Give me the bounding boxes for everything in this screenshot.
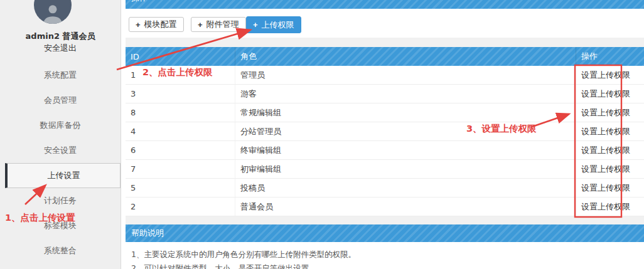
- table-row: 3 游客 设置上传权限: [126, 85, 644, 103]
- sidebar-item[interactable]: 会员管理: [0, 88, 121, 113]
- set-upload-permission-link[interactable]: 设置上传权限: [581, 107, 630, 119]
- column-header-role: 角色: [235, 47, 576, 66]
- cell-id: 3: [126, 85, 235, 103]
- sidebar-menu: 系统配置 会员管理 数据库备份 安全设置 上传设置 计划任务 标签模块: [0, 63, 121, 263]
- set-upload-permission-link[interactable]: 设置上传权限: [581, 88, 630, 100]
- action-panel-header-clipped: 操作: [126, 0, 644, 9]
- sidebar-item-label: 数据库备份: [40, 120, 81, 131]
- sidebar-item-label: 会员管理: [44, 95, 77, 106]
- cell-id: 4: [126, 122, 235, 140]
- sidebar-item[interactable]: 系统整合: [0, 238, 121, 263]
- action-panel-title: 操作: [126, 0, 644, 9]
- sidebar-item-label: 系统整合: [44, 245, 77, 256]
- cell-role: 管理员: [235, 66, 576, 84]
- table-body: 1 管理员 设置上传权限 3 游客 设置上传权限 8 常规编辑组 设置上传权限: [126, 66, 644, 216]
- sidebar-item[interactable]: 标签模块: [0, 213, 121, 238]
- table-row: 7 初审编辑组 设置上传权限: [126, 160, 644, 179]
- action-panel: 操作 + 模块配置 + 附件管理 + 上传权限: [126, 0, 644, 38]
- column-header-id: ID: [126, 47, 235, 66]
- sidebar: admin2 普通会员 安全退出 系统配置 会员管理 数据库备份 安全设置 上传…: [0, 0, 121, 269]
- cell-id: 5: [126, 179, 235, 197]
- table-row: 4 分站管理员 设置上传权限: [126, 122, 644, 141]
- cell-id: 1: [126, 66, 235, 84]
- cell-role: 分站管理员: [235, 122, 576, 140]
- plus-icon: +: [253, 20, 258, 29]
- cell-op: 设置上传权限: [576, 66, 644, 84]
- help-panel: 帮助说明 1、主要设定系统中的用户角色分别有哪些上传附件类型的权限。 2、可以针…: [126, 224, 644, 269]
- username-label: admin2 普通会员: [0, 31, 121, 42]
- table-row: 6 终审编辑组 设置上传权限: [126, 141, 644, 160]
- table-header-row: ID 角色 操作: [126, 47, 644, 66]
- cell-role: 初审编辑组: [235, 160, 576, 178]
- set-upload-permission-link[interactable]: 设置上传权限: [581, 70, 630, 81]
- set-upload-permission-link[interactable]: 设置上传权限: [581, 201, 630, 213]
- sidebar-item[interactable]: 数据库备份: [0, 113, 121, 138]
- cell-id: 2: [126, 198, 235, 216]
- help-line-1: 1、主要设定系统中的用户角色分别有哪些上传附件类型的权限。: [131, 248, 644, 261]
- cell-role: 游客: [235, 85, 576, 103]
- cell-role: 普通会员: [235, 198, 576, 216]
- sidebar-item-label: 系统配置: [44, 70, 77, 81]
- module-config-button[interactable]: + 模块配置: [129, 17, 184, 32]
- column-header-op: 操作: [576, 47, 644, 66]
- set-upload-permission-link[interactable]: 设置上传权限: [581, 126, 630, 137]
- sidebar-item[interactable]: 系统配置: [0, 63, 121, 88]
- cell-op: 设置上传权限: [576, 122, 644, 140]
- cell-op: 设置上传权限: [576, 103, 644, 122]
- roles-table: ID 角色 操作 1 管理员 设置上传权限 3 游客 设置上传权限 8: [126, 47, 644, 216]
- table-row: 8 常规编辑组 设置上传权限: [126, 103, 644, 122]
- set-upload-permission-link[interactable]: 设置上传权限: [581, 145, 630, 156]
- sidebar-item[interactable]: 安全设置: [0, 138, 121, 163]
- plus-icon: +: [198, 20, 203, 29]
- sidebar-item[interactable]: 上传设置: [5, 163, 121, 188]
- upload-permission-button[interactable]: + 上传权限: [246, 16, 301, 33]
- cell-id: 8: [126, 103, 235, 122]
- set-upload-permission-link[interactable]: 设置上传权限: [581, 164, 630, 175]
- cell-op: 设置上传权限: [576, 141, 644, 159]
- cell-id: 6: [126, 141, 235, 159]
- sidebar-item-label: 上传设置: [48, 170, 80, 181]
- cell-id: 7: [126, 160, 235, 178]
- help-line-2: 2、可以针对附件类型、大小、是否开启等做出设置。: [131, 261, 644, 269]
- cell-op: 设置上传权限: [576, 179, 644, 197]
- cell-role: 终审编辑组: [235, 141, 576, 159]
- toolbar: + 模块配置 + 附件管理 + 上传权限: [126, 9, 644, 38]
- table-row: 2 普通会员 设置上传权限: [126, 198, 644, 216]
- cell-role: 投稿员: [235, 179, 576, 197]
- attachment-manage-button[interactable]: + 附件管理: [191, 17, 246, 32]
- cell-op: 设置上传权限: [576, 160, 644, 178]
- plus-icon: +: [136, 20, 141, 29]
- sidebar-item[interactable]: 计划任务: [0, 188, 121, 213]
- logout-link[interactable]: 安全退出: [0, 43, 121, 54]
- table-row: 5 投稿员 设置上传权限: [126, 179, 644, 198]
- cell-op: 设置上传权限: [576, 198, 644, 216]
- cell-role: 常规编辑组: [235, 103, 576, 122]
- help-panel-title: 帮助说明: [126, 224, 644, 242]
- sidebar-item-label: 安全设置: [44, 145, 77, 156]
- user-icon: [41, 3, 65, 24]
- help-body: 1、主要设定系统中的用户角色分别有哪些上传附件类型的权限。 2、可以针对附件类型…: [126, 242, 644, 269]
- panel-gap: [126, 38, 644, 47]
- cell-op: 设置上传权限: [576, 85, 644, 103]
- button-label: 模块配置: [144, 19, 177, 30]
- set-upload-permission-link[interactable]: 设置上传权限: [581, 182, 630, 194]
- panel-gap: [126, 216, 644, 224]
- button-label: 上传权限: [262, 19, 294, 31]
- avatar: [34, 0, 72, 24]
- sidebar-item-label: 计划任务: [44, 195, 77, 206]
- table-row: 1 管理员 设置上传权限: [126, 66, 644, 85]
- button-label: 附件管理: [207, 19, 239, 30]
- sidebar-item-label: 标签模块: [44, 220, 77, 231]
